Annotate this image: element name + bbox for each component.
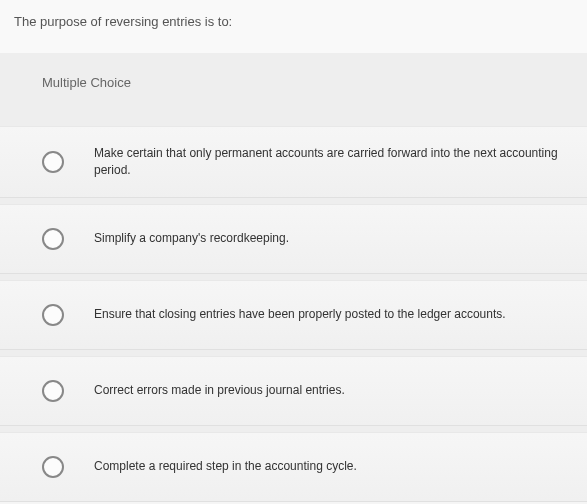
option-row[interactable]: Ensure that closing entries have been pr… — [0, 280, 587, 350]
radio-icon[interactable] — [42, 380, 64, 402]
question-type-text: Multiple Choice — [42, 75, 131, 90]
option-text: Complete a required step in the accounti… — [94, 458, 363, 475]
option-row[interactable]: Simplify a company's recordkeeping. — [0, 204, 587, 274]
question-prompt: The purpose of reversing entries is to: — [0, 0, 587, 53]
radio-icon[interactable] — [42, 228, 64, 250]
radio-icon[interactable] — [42, 151, 64, 173]
radio-icon[interactable] — [42, 456, 64, 478]
multiple-choice-block: Multiple Choice Make certain that only p… — [0, 53, 587, 502]
option-text: Simplify a company's recordkeeping. — [94, 230, 295, 247]
option-text: Correct errors made in previous journal … — [94, 382, 351, 399]
option-text: Make certain that only permanent account… — [94, 145, 575, 179]
option-row[interactable]: Correct errors made in previous journal … — [0, 356, 587, 426]
question-prompt-text: The purpose of reversing entries is to: — [14, 14, 232, 29]
option-text: Ensure that closing entries have been pr… — [94, 306, 512, 323]
option-row[interactable]: Make certain that only permanent account… — [0, 126, 587, 198]
radio-icon[interactable] — [42, 304, 64, 326]
spacer — [0, 110, 587, 126]
option-row[interactable]: Complete a required step in the accounti… — [0, 432, 587, 502]
question-type-label: Multiple Choice — [0, 53, 587, 110]
